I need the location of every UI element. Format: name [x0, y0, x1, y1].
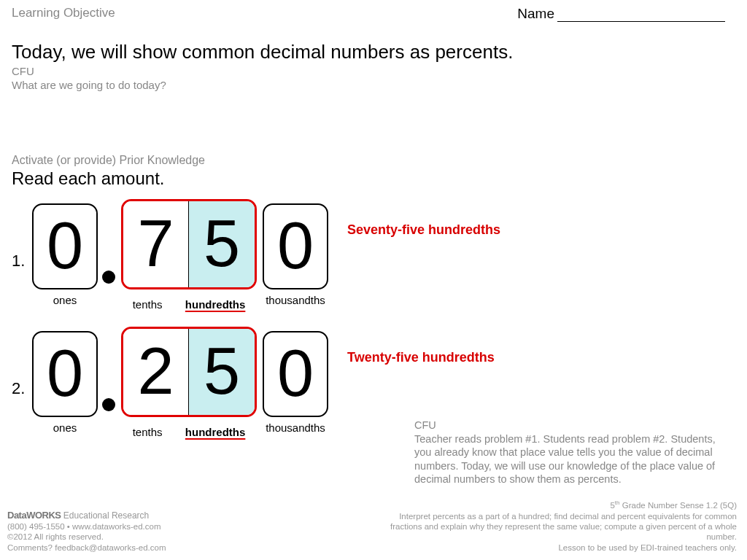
tenths-label: tenths	[133, 426, 163, 438]
footer-brand-sub: Educational Research	[61, 510, 150, 521]
footer-copyright: ©2012 All rights reserved.	[7, 532, 104, 541]
hundredths-label: hundredths	[185, 298, 246, 311]
cfu1-label: CFU	[12, 65, 34, 77]
tenths-hundredths-highlight: 2 5	[121, 327, 257, 417]
cfu2-text: Teacher reads problem #1. Students read …	[414, 433, 716, 486]
tenths-digit: 2	[123, 329, 189, 415]
ones-label: ones	[53, 421, 77, 434]
tenths-hundredths-highlight: 7 5	[121, 199, 257, 289]
problem-1: 1. 0 ones . 7 5 tenths hundredths 0 thou…	[0, 199, 747, 311]
hundredths-digit: 5	[189, 329, 255, 415]
problem-2-number: 2.	[12, 379, 32, 398]
objective-text: Today, we will show common decimal numbe…	[0, 22, 747, 63]
cfu1-text: What are we going to do today?	[12, 79, 166, 91]
hundredths-digit: 5	[189, 201, 255, 287]
prior-knowledge-label: Activate (or provide) Prior Knowledge	[0, 93, 747, 167]
footer-brand: DataWORKS	[7, 510, 61, 521]
ones-label: ones	[53, 294, 77, 306]
ones-digit: 0	[32, 331, 98, 417]
decimal-point-icon	[102, 271, 115, 284]
thousandths-label: thousandths	[266, 294, 325, 306]
tenths-digit: 7	[123, 201, 189, 287]
thousandths-digit: 0	[263, 203, 328, 289]
name-field: Name	[517, 6, 725, 22]
footer-right: 5th Grade Number Sense 1.2 (5Q) Interpre…	[372, 499, 737, 553]
read-each-label: Read each amount.	[0, 167, 747, 189]
cfu2-block: CFU Teacher reads problem #1. Students r…	[414, 419, 721, 486]
footer-lesson-note: Lesson to be used by EDI-trained teacher…	[558, 543, 737, 552]
hundredths-label: hundredths	[185, 426, 246, 438]
footer-left: DataWORKS Educational Research (800) 495…	[7, 510, 166, 553]
thousandths-label: thousandths	[266, 421, 325, 434]
problem-1-words: Seventy-five hundredths	[347, 222, 500, 238]
footer-phone: (800) 495-1550 • www.dataworks-ed.com	[7, 522, 161, 531]
thousandths-digit: 0	[263, 331, 328, 417]
decimal-point-icon	[102, 398, 115, 411]
learning-objective-label: Learning Objective	[12, 6, 115, 22]
name-label: Name	[517, 6, 554, 21]
footer-standard-desc: Interpret percents as a part of a hundre…	[390, 512, 737, 542]
footer-standard: 5th Grade Number Sense 1.2 (5Q)	[610, 501, 737, 510]
footer-comments: Comments? feedback@dataworks-ed.com	[7, 543, 166, 552]
cfu2-label: CFU	[414, 419, 436, 431]
name-blank-line[interactable]	[557, 21, 725, 22]
problem-1-number: 1.	[12, 252, 32, 271]
tenths-label: tenths	[133, 298, 163, 311]
ones-digit: 0	[32, 203, 98, 289]
problem-2-words: Twenty-five hundredths	[347, 350, 495, 365]
